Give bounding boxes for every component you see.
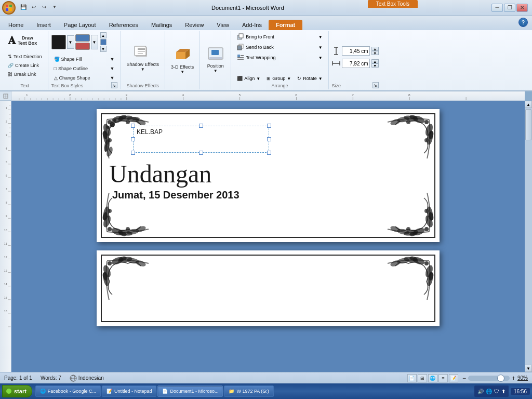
- tab-insert[interactable]: Insert: [30, 20, 57, 30]
- color-swatches-dropdown[interactable]: ▼: [91, 35, 98, 49]
- word-count-status: Words: 7: [41, 375, 61, 381]
- group-button[interactable]: ⊞ Group ▼: [264, 75, 294, 82]
- text-box[interactable]: KEL.BAP: [133, 126, 269, 153]
- position-button[interactable]: Position ▼: [205, 45, 227, 75]
- shadow-effects-dropdown[interactable]: ▼: [141, 67, 145, 72]
- start-button[interactable]: start: [2, 385, 32, 397]
- tab-addins[interactable]: Add-Ins: [236, 20, 268, 30]
- align-button[interactable]: ⬛ Align ▼: [234, 75, 263, 82]
- color-swatch-red[interactable]: [75, 43, 90, 50]
- shape-fill-button[interactable]: 🪣 Shape Fill ▼: [51, 55, 117, 63]
- svg-point-115: [113, 119, 116, 122]
- rotate-button[interactable]: ↻ Rotate ▼: [295, 75, 325, 82]
- change-shape-button[interactable]: △ Change Shape ▼: [51, 74, 117, 82]
- handle-bm[interactable]: [199, 151, 203, 155]
- outline-view-btn[interactable]: ≡: [438, 374, 448, 382]
- office-button[interactable]: [2, 1, 16, 15]
- bring-to-front-button[interactable]: Bring to Front ▼: [234, 32, 325, 42]
- handle-ml[interactable]: [131, 137, 135, 141]
- handle-bl[interactable]: [131, 151, 135, 155]
- color-swatch-black[interactable]: [51, 35, 66, 49]
- position-icon: [207, 47, 224, 63]
- taskbar-facebook[interactable]: 🌐 Facebook - Google C...: [35, 385, 101, 397]
- scroll-up-arrow[interactable]: ▲: [525, 101, 532, 108]
- svg-text:1: 1: [26, 93, 28, 97]
- text-direction-button[interactable]: ⇅ Text Direction: [5, 52, 45, 61]
- shape-outline-dropdown[interactable]: ▼: [110, 66, 115, 71]
- height-up[interactable]: ▲: [371, 47, 379, 51]
- print-view-btn[interactable]: 📄: [407, 374, 417, 382]
- undo-quick-btn[interactable]: ↩: [29, 2, 38, 11]
- restore-button[interactable]: ❐: [504, 4, 515, 12]
- tab-pagelayout[interactable]: Page Layout: [58, 20, 102, 30]
- svg-text:7: 7: [6, 188, 7, 191]
- tab-home[interactable]: Home: [2, 20, 30, 30]
- svg-rect-1: [9, 5, 12, 7]
- size-group-expand[interactable]: ↘: [373, 82, 379, 88]
- zoom-level[interactable]: 90%: [517, 375, 528, 381]
- tab-format[interactable]: Format: [269, 20, 302, 30]
- handle-mr[interactable]: [267, 137, 271, 141]
- shape-outline-icon: □: [54, 66, 57, 71]
- handle-br[interactable]: [267, 151, 271, 155]
- tab-review[interactable]: Review: [179, 20, 210, 30]
- svg-text:5: 5: [238, 93, 241, 97]
- minimize-button[interactable]: ─: [491, 4, 503, 12]
- svg-point-130: [406, 120, 410, 124]
- textbox-styles-expand[interactable]: ↘: [111, 82, 117, 88]
- help-button[interactable]: ?: [518, 18, 528, 27]
- 3d-effects-button[interactable]: 3-D Effects ▼: [168, 44, 196, 76]
- page-1-inner: KEL.BAP Undangan Jumat, 15 Desember 2013: [101, 113, 435, 238]
- draft-view-btn[interactable]: 📝: [449, 374, 458, 382]
- text-wrapping-button[interactable]: Text Wrapping ▼: [234, 53, 325, 62]
- color-swatch-black-dropdown[interactable]: ▼: [67, 35, 74, 49]
- full-screen-btn[interactable]: ⊞: [418, 374, 427, 382]
- 3d-effects-dropdown[interactable]: ▼: [180, 70, 184, 74]
- swatch-scroll-down[interactable]: ▼: [100, 46, 107, 52]
- draw-text-box-button[interactable]: 𝐀 Draw Text Box: [5, 32, 39, 49]
- shape-outline-button[interactable]: □ Shape Outline ▼: [51, 64, 117, 73]
- tab-references[interactable]: References: [103, 20, 144, 30]
- taskbar-files[interactable]: 📁 W 1972 PA (G:): [224, 385, 273, 397]
- save-quick-btn[interactable]: 💾: [19, 2, 28, 11]
- shape-fill-dropdown[interactable]: ▼: [110, 57, 115, 62]
- color-swatch-blue[interactable]: [75, 34, 90, 42]
- redo-quick-btn[interactable]: ↪: [39, 2, 49, 11]
- width-input[interactable]: [342, 59, 370, 68]
- zoom-out-btn[interactable]: −: [462, 375, 466, 382]
- swatch-scroll-thumb[interactable]: [100, 39, 107, 45]
- height-input[interactable]: [342, 46, 370, 56]
- zoom-slider[interactable]: [468, 376, 510, 381]
- width-up[interactable]: ▲: [371, 59, 379, 63]
- swatch-scroll-up[interactable]: ▲: [100, 32, 107, 38]
- handle-tl[interactable]: [131, 124, 135, 128]
- height-down[interactable]: ▼: [371, 51, 379, 55]
- width-down[interactable]: ▼: [371, 63, 379, 68]
- taskbar-right: 🔊 🌐 🛡 ⬆ 16:56: [474, 385, 530, 397]
- ribbon-group-text: 𝐀 Draw Text Box ⇅ Text Direction 🔗 Creat…: [2, 31, 48, 89]
- 3d-effects-icon: [173, 46, 192, 64]
- create-link-button[interactable]: 🔗 Create Link: [5, 61, 42, 70]
- handle-tr[interactable]: [267, 124, 271, 128]
- break-link-button[interactable]: ⛓ Break Link: [5, 70, 39, 78]
- handle-tm[interactable]: [199, 124, 203, 128]
- taskbar-word[interactable]: 📄 Document1 - Microso...: [157, 385, 223, 397]
- language-indicator[interactable]: Indonesian: [70, 375, 104, 382]
- shadow-effects-button[interactable]: Shadow Effects ▼: [124, 42, 162, 73]
- text-direction-icon: ⇅: [8, 54, 12, 59]
- zoom-thumb[interactable]: [497, 375, 504, 382]
- quick-access-dropdown[interactable]: ▼: [50, 2, 59, 11]
- send-to-back-button[interactable]: Send to Back ▼: [234, 43, 325, 52]
- web-view-btn[interactable]: 🌐: [428, 374, 437, 382]
- tab-mailings[interactable]: Mailings: [145, 20, 178, 30]
- position-dropdown[interactable]: ▼: [214, 69, 218, 73]
- scroll-down-arrow[interactable]: ▼: [525, 365, 532, 372]
- taskbar-notepad[interactable]: 📝 Untitled - Notepad: [102, 385, 157, 397]
- clock[interactable]: 16:56: [511, 388, 530, 395]
- window-title: Document1 - Microsoft Word: [4, 5, 491, 11]
- scroll-thumb[interactable]: [525, 109, 531, 140]
- close-button[interactable]: ✕: [516, 4, 528, 12]
- tab-view[interactable]: View: [210, 20, 235, 30]
- change-shape-dropdown[interactable]: ▼: [110, 75, 115, 81]
- zoom-in-btn[interactable]: +: [512, 375, 515, 382]
